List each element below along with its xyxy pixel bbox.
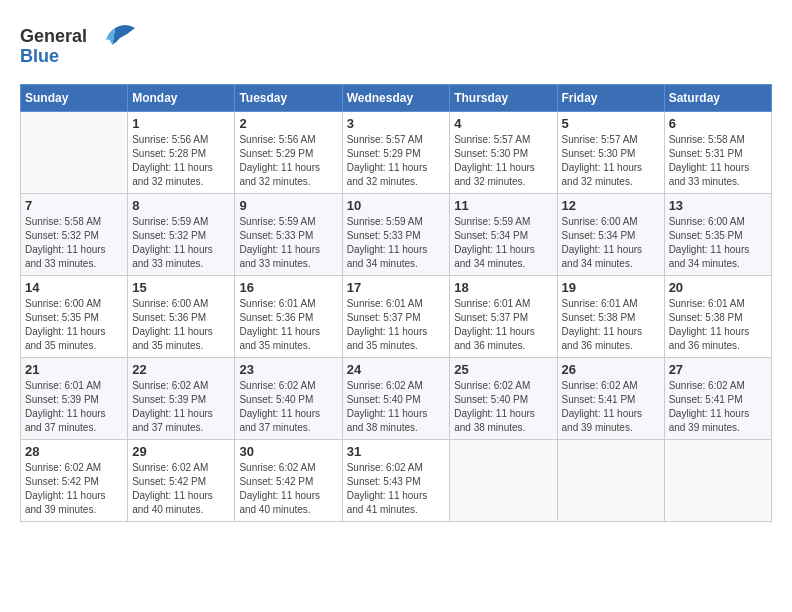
calendar-cell: 22Sunrise: 6:02 AM Sunset: 5:39 PM Dayli… bbox=[128, 358, 235, 440]
calendar-cell: 8Sunrise: 5:59 AM Sunset: 5:32 PM Daylig… bbox=[128, 194, 235, 276]
day-number: 18 bbox=[454, 280, 552, 295]
calendar-cell: 21Sunrise: 6:01 AM Sunset: 5:39 PM Dayli… bbox=[21, 358, 128, 440]
calendar-week-1: 1Sunrise: 5:56 AM Sunset: 5:28 PM Daylig… bbox=[21, 112, 772, 194]
day-number: 7 bbox=[25, 198, 123, 213]
calendar-cell: 25Sunrise: 6:02 AM Sunset: 5:40 PM Dayli… bbox=[450, 358, 557, 440]
day-number: 14 bbox=[25, 280, 123, 295]
day-info: Sunrise: 6:01 AM Sunset: 5:37 PM Dayligh… bbox=[454, 297, 552, 353]
day-header-sunday: Sunday bbox=[21, 85, 128, 112]
day-info: Sunrise: 6:00 AM Sunset: 5:35 PM Dayligh… bbox=[25, 297, 123, 353]
calendar-week-4: 21Sunrise: 6:01 AM Sunset: 5:39 PM Dayli… bbox=[21, 358, 772, 440]
calendar-cell: 11Sunrise: 5:59 AM Sunset: 5:34 PM Dayli… bbox=[450, 194, 557, 276]
day-info: Sunrise: 5:59 AM Sunset: 5:32 PM Dayligh… bbox=[132, 215, 230, 271]
day-header-monday: Monday bbox=[128, 85, 235, 112]
day-info: Sunrise: 6:01 AM Sunset: 5:39 PM Dayligh… bbox=[25, 379, 123, 435]
svg-text:Blue: Blue bbox=[20, 46, 59, 66]
calendar-header: SundayMondayTuesdayWednesdayThursdayFrid… bbox=[21, 85, 772, 112]
calendar-cell: 15Sunrise: 6:00 AM Sunset: 5:36 PM Dayli… bbox=[128, 276, 235, 358]
day-info: Sunrise: 6:02 AM Sunset: 5:40 PM Dayligh… bbox=[347, 379, 446, 435]
day-info: Sunrise: 6:02 AM Sunset: 5:43 PM Dayligh… bbox=[347, 461, 446, 517]
page-header: General Blue bbox=[20, 20, 772, 74]
day-number: 6 bbox=[669, 116, 767, 131]
calendar-week-2: 7Sunrise: 5:58 AM Sunset: 5:32 PM Daylig… bbox=[21, 194, 772, 276]
day-info: Sunrise: 6:02 AM Sunset: 5:42 PM Dayligh… bbox=[25, 461, 123, 517]
day-number: 2 bbox=[239, 116, 337, 131]
day-number: 20 bbox=[669, 280, 767, 295]
day-info: Sunrise: 6:00 AM Sunset: 5:36 PM Dayligh… bbox=[132, 297, 230, 353]
day-info: Sunrise: 5:58 AM Sunset: 5:32 PM Dayligh… bbox=[25, 215, 123, 271]
day-number: 16 bbox=[239, 280, 337, 295]
day-number: 4 bbox=[454, 116, 552, 131]
calendar-cell: 28Sunrise: 6:02 AM Sunset: 5:42 PM Dayli… bbox=[21, 440, 128, 522]
day-number: 22 bbox=[132, 362, 230, 377]
day-number: 10 bbox=[347, 198, 446, 213]
day-info: Sunrise: 6:02 AM Sunset: 5:40 PM Dayligh… bbox=[239, 379, 337, 435]
day-info: Sunrise: 5:59 AM Sunset: 5:33 PM Dayligh… bbox=[347, 215, 446, 271]
day-number: 11 bbox=[454, 198, 552, 213]
day-info: Sunrise: 5:59 AM Sunset: 5:34 PM Dayligh… bbox=[454, 215, 552, 271]
calendar-body: 1Sunrise: 5:56 AM Sunset: 5:28 PM Daylig… bbox=[21, 112, 772, 522]
logo-area: General Blue bbox=[20, 20, 140, 74]
day-header-tuesday: Tuesday bbox=[235, 85, 342, 112]
day-info: Sunrise: 6:02 AM Sunset: 5:40 PM Dayligh… bbox=[454, 379, 552, 435]
calendar-week-3: 14Sunrise: 6:00 AM Sunset: 5:35 PM Dayli… bbox=[21, 276, 772, 358]
day-number: 13 bbox=[669, 198, 767, 213]
day-info: Sunrise: 5:57 AM Sunset: 5:29 PM Dayligh… bbox=[347, 133, 446, 189]
day-number: 8 bbox=[132, 198, 230, 213]
calendar-cell: 19Sunrise: 6:01 AM Sunset: 5:38 PM Dayli… bbox=[557, 276, 664, 358]
calendar-cell: 10Sunrise: 5:59 AM Sunset: 5:33 PM Dayli… bbox=[342, 194, 450, 276]
day-info: Sunrise: 6:02 AM Sunset: 5:39 PM Dayligh… bbox=[132, 379, 230, 435]
calendar-cell: 1Sunrise: 5:56 AM Sunset: 5:28 PM Daylig… bbox=[128, 112, 235, 194]
calendar-cell bbox=[21, 112, 128, 194]
day-info: Sunrise: 6:00 AM Sunset: 5:35 PM Dayligh… bbox=[669, 215, 767, 271]
day-info: Sunrise: 6:02 AM Sunset: 5:42 PM Dayligh… bbox=[239, 461, 337, 517]
day-header-thursday: Thursday bbox=[450, 85, 557, 112]
day-number: 23 bbox=[239, 362, 337, 377]
day-number: 25 bbox=[454, 362, 552, 377]
day-number: 9 bbox=[239, 198, 337, 213]
calendar-cell: 26Sunrise: 6:02 AM Sunset: 5:41 PM Dayli… bbox=[557, 358, 664, 440]
day-info: Sunrise: 6:01 AM Sunset: 5:38 PM Dayligh… bbox=[669, 297, 767, 353]
day-number: 3 bbox=[347, 116, 446, 131]
calendar-cell: 29Sunrise: 6:02 AM Sunset: 5:42 PM Dayli… bbox=[128, 440, 235, 522]
calendar-cell: 14Sunrise: 6:00 AM Sunset: 5:35 PM Dayli… bbox=[21, 276, 128, 358]
calendar-cell: 5Sunrise: 5:57 AM Sunset: 5:30 PM Daylig… bbox=[557, 112, 664, 194]
calendar-cell: 27Sunrise: 6:02 AM Sunset: 5:41 PM Dayli… bbox=[664, 358, 771, 440]
calendar-cell: 12Sunrise: 6:00 AM Sunset: 5:34 PM Dayli… bbox=[557, 194, 664, 276]
day-info: Sunrise: 5:56 AM Sunset: 5:29 PM Dayligh… bbox=[239, 133, 337, 189]
day-number: 27 bbox=[669, 362, 767, 377]
day-number: 28 bbox=[25, 444, 123, 459]
calendar-cell bbox=[450, 440, 557, 522]
calendar-table: SundayMondayTuesdayWednesdayThursdayFrid… bbox=[20, 84, 772, 522]
calendar-cell: 7Sunrise: 5:58 AM Sunset: 5:32 PM Daylig… bbox=[21, 194, 128, 276]
day-number: 21 bbox=[25, 362, 123, 377]
day-number: 1 bbox=[132, 116, 230, 131]
day-info: Sunrise: 6:01 AM Sunset: 5:37 PM Dayligh… bbox=[347, 297, 446, 353]
calendar-cell: 2Sunrise: 5:56 AM Sunset: 5:29 PM Daylig… bbox=[235, 112, 342, 194]
day-info: Sunrise: 6:01 AM Sunset: 5:38 PM Dayligh… bbox=[562, 297, 660, 353]
calendar-cell: 13Sunrise: 6:00 AM Sunset: 5:35 PM Dayli… bbox=[664, 194, 771, 276]
calendar-cell: 3Sunrise: 5:57 AM Sunset: 5:29 PM Daylig… bbox=[342, 112, 450, 194]
day-header-wednesday: Wednesday bbox=[342, 85, 450, 112]
day-number: 5 bbox=[562, 116, 660, 131]
calendar-cell bbox=[664, 440, 771, 522]
day-info: Sunrise: 6:01 AM Sunset: 5:36 PM Dayligh… bbox=[239, 297, 337, 353]
day-header-saturday: Saturday bbox=[664, 85, 771, 112]
calendar-cell: 9Sunrise: 5:59 AM Sunset: 5:33 PM Daylig… bbox=[235, 194, 342, 276]
calendar-cell: 17Sunrise: 6:01 AM Sunset: 5:37 PM Dayli… bbox=[342, 276, 450, 358]
calendar-cell: 30Sunrise: 6:02 AM Sunset: 5:42 PM Dayli… bbox=[235, 440, 342, 522]
day-info: Sunrise: 6:02 AM Sunset: 5:41 PM Dayligh… bbox=[669, 379, 767, 435]
day-info: Sunrise: 6:00 AM Sunset: 5:34 PM Dayligh… bbox=[562, 215, 660, 271]
calendar-cell: 18Sunrise: 6:01 AM Sunset: 5:37 PM Dayli… bbox=[450, 276, 557, 358]
calendar-cell bbox=[557, 440, 664, 522]
calendar-week-5: 28Sunrise: 6:02 AM Sunset: 5:42 PM Dayli… bbox=[21, 440, 772, 522]
day-number: 31 bbox=[347, 444, 446, 459]
day-info: Sunrise: 6:02 AM Sunset: 5:41 PM Dayligh… bbox=[562, 379, 660, 435]
logo: General Blue bbox=[20, 20, 140, 74]
day-number: 19 bbox=[562, 280, 660, 295]
calendar-cell: 24Sunrise: 6:02 AM Sunset: 5:40 PM Dayli… bbox=[342, 358, 450, 440]
calendar-cell: 4Sunrise: 5:57 AM Sunset: 5:30 PM Daylig… bbox=[450, 112, 557, 194]
calendar-cell: 6Sunrise: 5:58 AM Sunset: 5:31 PM Daylig… bbox=[664, 112, 771, 194]
calendar-cell: 20Sunrise: 6:01 AM Sunset: 5:38 PM Dayli… bbox=[664, 276, 771, 358]
svg-text:General: General bbox=[20, 26, 87, 46]
